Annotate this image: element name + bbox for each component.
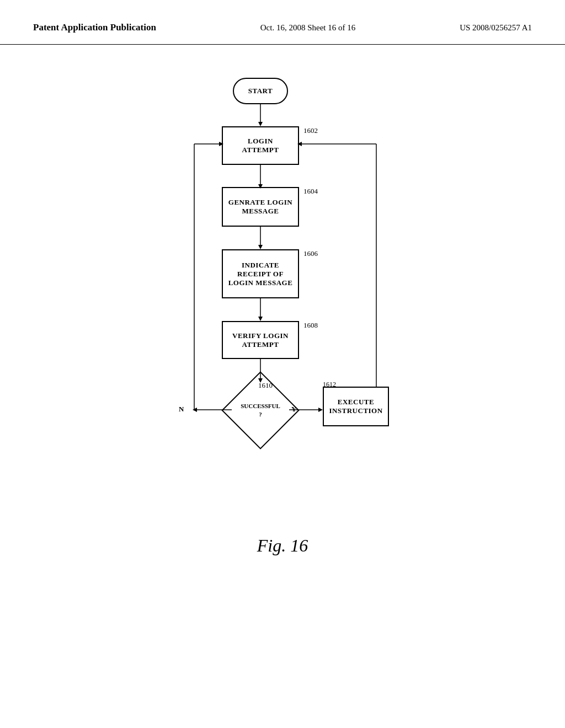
svg-marker-1	[258, 122, 263, 126]
ref-1608: 1608	[303, 321, 318, 330]
ref-1602: 1602	[303, 126, 318, 135]
flowchart: START LOGIN ATTEMPT 1602 GENRATE LOGIN M…	[150, 67, 415, 519]
svg-marker-16	[318, 408, 323, 412]
successful-diamond: SUCCESSFUL ?	[232, 383, 289, 438]
publication-label: Patent Application Publication	[33, 22, 156, 33]
ref-1612: 1612	[323, 381, 336, 389]
ref-1604: 1604	[303, 187, 318, 196]
date-sheet-label: Oct. 16, 2008 Sheet 16 of 16	[260, 23, 355, 33]
ref-1610: 1610	[258, 381, 273, 390]
execute-instruction-node: EXECUTE INSTRUCTION	[323, 387, 389, 426]
figure-area: START LOGIN ATTEMPT 1602 GENRATE LOGIN M…	[0, 45, 565, 556]
successful-label: SUCCESSFUL ?	[241, 402, 280, 419]
n-label: N	[179, 405, 184, 414]
svg-marker-5	[258, 245, 263, 249]
patent-number-label: US 2008/0256257 A1	[460, 23, 532, 33]
svg-marker-7	[258, 317, 263, 321]
indicate-receipt-node: INDICATE RECEIPT OF LOGIN MESSAGE	[222, 249, 299, 298]
page-header: Patent Application Publication Oct. 16, …	[0, 0, 565, 45]
verify-login-node: VERIFY LOGIN ATTEMPT	[222, 321, 299, 359]
y-label: Y	[291, 405, 296, 414]
start-node: START	[233, 78, 288, 104]
svg-marker-11	[193, 408, 197, 412]
generate-login-node: GENRATE LOGIN MESSAGE	[222, 187, 299, 227]
ref-1606: 1606	[303, 249, 318, 258]
figure-caption: Fig. 16	[257, 536, 308, 556]
login-attempt-node: LOGIN ATTEMPT	[222, 126, 299, 165]
